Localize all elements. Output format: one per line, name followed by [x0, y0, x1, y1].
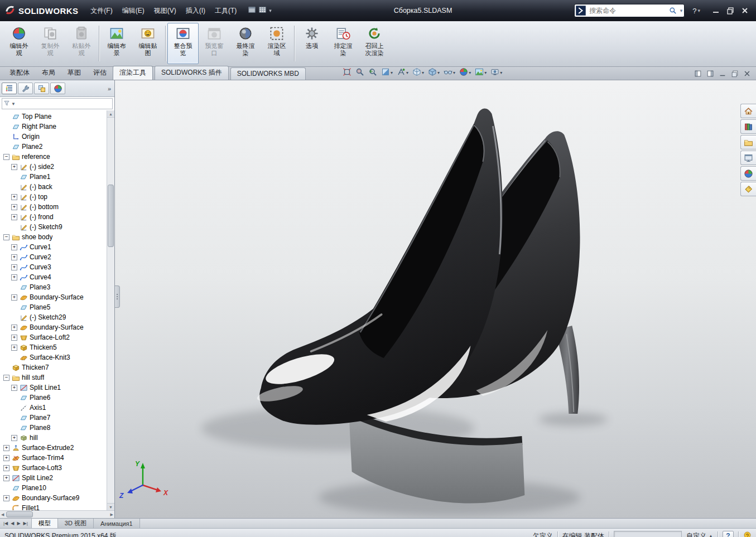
tree-expander-icon[interactable]: + [11, 335, 17, 341]
edit-scene-button[interactable]: 编辑布景 [101, 23, 132, 64]
scroll-left-icon[interactable]: ◀ [0, 512, 5, 517]
tree-scrollbar[interactable]: ▲ ▼ [107, 110, 114, 510]
tree-item[interactable]: +Boundary-Surface9 [1, 493, 107, 503]
tree-expander-icon[interactable]: + [3, 445, 9, 451]
zoom-to-fit-button[interactable] [341, 67, 353, 79]
scrollbar-thumb[interactable] [6, 511, 33, 517]
tree-expander-icon[interactable]: + [11, 325, 17, 331]
options-button[interactable]: 选项 [296, 23, 328, 64]
tree-horizontal-scrollbar[interactable]: ◀ ▶ [0, 510, 114, 518]
apply-scene-button[interactable]: ▾ [474, 67, 488, 79]
tab-scroll-0[interactable]: |◀ [2, 521, 9, 526]
display-style-button[interactable]: ▾ [427, 67, 441, 79]
status-help-button[interactable]: ? [723, 531, 734, 537]
tab-布局[interactable]: 布局 [36, 66, 61, 80]
tab-scroll-1[interactable]: ◀ [9, 521, 15, 526]
tree-item[interactable]: +Curve2 [1, 252, 107, 262]
document-tab-3[interactable]: Анимация1 [94, 519, 140, 528]
float-commandmanager[interactable] [730, 69, 739, 78]
graphics-area[interactable]: Y X Z [115, 80, 756, 518]
expand-pane-icon[interactable]: » [106, 85, 113, 92]
tab-评估[interactable]: 评估 [87, 66, 113, 80]
tree-item[interactable]: +Curve3 [1, 262, 107, 272]
tree-expander-icon[interactable]: + [3, 465, 9, 471]
dynamic-annotation-views-button[interactable]: ▾ [396, 67, 410, 79]
tree-item[interactable]: Thicken7 [1, 362, 107, 372]
tree-expander-icon[interactable]: + [11, 164, 17, 170]
tree-item[interactable]: +Split Line2 [1, 473, 107, 483]
edit-appearance-button[interactable]: 编辑外观 [3, 23, 35, 64]
tree-expander-icon[interactable]: + [11, 204, 17, 210]
3d-viewport-scene[interactable]: Y X Z [115, 80, 756, 518]
featuremanager-tab[interactable] [2, 83, 17, 94]
tree-expander-icon[interactable]: − [3, 234, 9, 240]
tree-expander-icon[interactable]: + [11, 294, 17, 301]
configurationmanager-tab[interactable] [34, 83, 49, 94]
view-settings-button[interactable]: ▾ [489, 67, 503, 79]
tree-item[interactable]: +Split Line1 [1, 383, 107, 393]
tree-expander-icon[interactable]: + [3, 455, 9, 461]
tree-item[interactable]: Origin [1, 132, 107, 142]
tab-SOLIDWORKS 插件[interactable]: SOLIDWORKS 插件 [155, 66, 229, 80]
chevron-down-icon[interactable]: ▾ [269, 8, 272, 13]
quick-access-window[interactable] [248, 6, 256, 16]
minimize-button[interactable] [709, 4, 723, 17]
tree-expander-icon[interactable]: + [11, 435, 17, 441]
restore-button[interactable] [724, 4, 737, 17]
tree-item[interactable]: Fillet1 [1, 503, 107, 510]
schedule-render-button[interactable]: 排定渲染 [328, 23, 359, 64]
tree-item[interactable]: −reference [1, 152, 107, 162]
final-render-button[interactable]: 最终渲染 [230, 23, 261, 64]
render-region-button[interactable]: 渲染区域 [261, 23, 292, 64]
panel-splitter-handle[interactable] [115, 286, 120, 308]
tree-item[interactable]: +Surface-Loft2 [1, 332, 107, 342]
task-pane-design-library[interactable] [740, 119, 756, 134]
scroll-down-icon[interactable]: ▼ [107, 503, 114, 510]
tree-item[interactable]: +Boundary-Surface [1, 322, 107, 332]
scroll-right-icon[interactable]: ▶ [109, 512, 114, 517]
tree-item[interactable]: +Surface-Extrude2 [1, 443, 107, 453]
notification-icon[interactable] [743, 531, 752, 537]
status-custom-dropdown[interactable]: 自定义 ▲ [686, 531, 713, 537]
task-pane-custom-properties[interactable] [740, 182, 756, 196]
tree-item[interactable]: (-) back [1, 182, 107, 192]
section-view-button[interactable]: ▾ [380, 67, 394, 79]
tab-SOLIDWORKS MBD[interactable]: SOLIDWORKS MBD [230, 67, 306, 80]
tree-item[interactable]: Plane10 [1, 483, 107, 493]
tree-item[interactable]: +Surface-Loft3 [1, 463, 107, 473]
toggle-left-pane[interactable] [693, 69, 702, 78]
tree-item[interactable]: Plane2 [1, 142, 107, 152]
tree-item[interactable]: −hill stuff [1, 372, 107, 383]
zoom-to-area-button[interactable] [354, 67, 365, 79]
scrollbar-thumb[interactable] [108, 185, 114, 247]
propertymanager-tab[interactable] [18, 83, 33, 94]
tab-渲染工具[interactable]: 渲染工具 [113, 66, 153, 80]
menu-file[interactable]: 文件(F) [86, 4, 117, 18]
tree-item[interactable]: +Thicken5 [1, 342, 107, 352]
previous-view-button[interactable] [367, 67, 378, 79]
view-orientation-button[interactable]: ▾ [411, 67, 425, 79]
tree-item[interactable]: Surface-Knit3 [1, 352, 107, 362]
tree-item[interactable]: +Curve4 [1, 272, 107, 282]
tree-item[interactable]: Axis1 [1, 403, 107, 413]
search-icon[interactable] [667, 7, 678, 14]
task-pane-file-explorer[interactable] [740, 135, 756, 149]
tree-item[interactable]: Right Plane [1, 122, 107, 132]
recall-last-render-button[interactable]: 召回上次渲染 [359, 23, 390, 64]
tree-item[interactable]: −shoe body [1, 232, 107, 242]
tree-expander-icon[interactable]: − [3, 375, 9, 381]
tree-item[interactable]: Plane1 [1, 172, 107, 182]
tree-item[interactable]: Top Plane [1, 112, 107, 122]
tab-草图[interactable]: 草图 [61, 66, 87, 80]
tree-item[interactable]: (-) Sketch9 [1, 222, 107, 232]
tree-expander-icon[interactable]: + [11, 244, 17, 250]
tree-expander-icon[interactable]: + [11, 194, 17, 200]
search-scope-icon[interactable] [575, 4, 587, 17]
tree-expander-icon[interactable]: + [11, 254, 17, 260]
displaymanager-tab[interactable] [50, 83, 65, 94]
scroll-up-icon[interactable]: ▲ [107, 110, 114, 118]
search-input[interactable] [587, 7, 667, 14]
tree-item[interactable]: Plane8 [1, 423, 107, 433]
tree-item[interactable]: +hill [1, 433, 107, 443]
close-button[interactable] [738, 4, 752, 17]
